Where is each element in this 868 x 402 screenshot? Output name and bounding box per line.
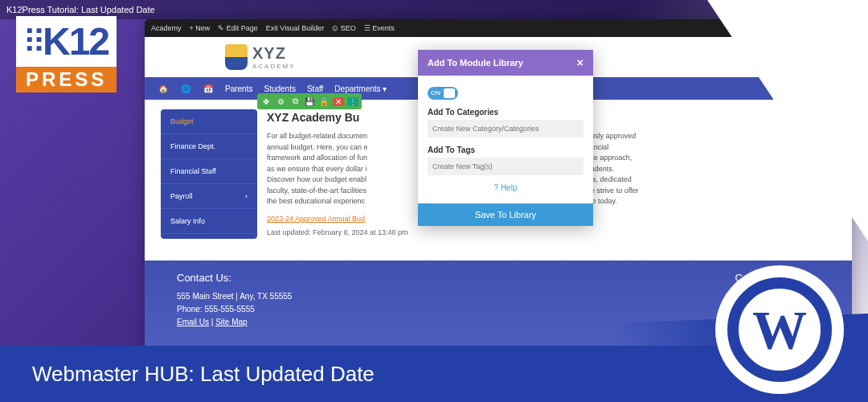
body-text: framework and allocation of fun <box>267 153 368 164</box>
admin-seo[interactable]: ⊙ SEO <box>332 24 356 32</box>
toggle-label: ON <box>431 89 440 96</box>
footer-phone: Phone: 555-555-5555 <box>177 303 292 316</box>
nav-parents[interactable]: Parents <box>225 84 252 93</box>
admin-edit-page[interactable]: ✎ Edit Page <box>218 24 258 32</box>
body-text: For all budget-related documen <box>267 131 368 142</box>
logo-press-text: PRESS <box>16 67 117 92</box>
sidebar-item-financial-staff[interactable]: Financial Staff <box>161 159 257 184</box>
k12press-logo: ⠿ K12 PRESS <box>16 16 117 92</box>
delete-icon[interactable]: ✕ <box>333 97 344 106</box>
save-to-library-button[interactable]: Save To Library <box>418 203 593 226</box>
admin-events[interactable]: ☰ Events <box>364 24 395 32</box>
footer-email-link[interactable]: Email Us <box>177 318 209 326</box>
tags-label: Add To Tags <box>428 146 583 154</box>
shield-icon <box>225 44 248 70</box>
home-icon[interactable]: 🏠 <box>158 83 169 94</box>
contact-title: Contact Us: <box>177 272 292 284</box>
page-sidebar: Budget Finance Dept. Financial Staff Pay… <box>161 109 257 239</box>
admin-exit-builder[interactable]: Exit Visual Builder <box>266 24 324 32</box>
body-text: faculty, state-of-the-art facilities <box>267 186 368 197</box>
site-name: XYZ <box>252 44 296 63</box>
sidebar-item-payroll[interactable]: Payroll› <box>161 184 257 209</box>
body-text: as we ensure that every dollar i <box>267 164 368 175</box>
calendar-icon[interactable]: 📅 <box>203 83 214 94</box>
wordpress-w-icon: W <box>752 298 807 362</box>
help-link[interactable]: ? Help <box>428 175 583 195</box>
divi-edit-toolbar[interactable]: ✥ ⚙ ⧉ 💾 🔒 ✕ ⋮ <box>257 93 362 109</box>
categories-input[interactable] <box>428 120 583 137</box>
body-text: the best educational experienc <box>267 196 368 207</box>
logo-top: ⠿ K12 <box>16 16 117 67</box>
modal-title: Add To Module Library <box>428 58 523 68</box>
categories-label: Add To Categories <box>428 108 583 117</box>
approved-budget-link[interactable]: 2023-24 Approved Annual Bud <box>267 215 365 223</box>
more-icon[interactable]: ⋮ <box>347 97 358 106</box>
admin-site-name[interactable]: Academy <box>151 24 182 32</box>
site-logo[interactable]: XYZ ACADEMY <box>225 44 296 70</box>
banner-title: Webmaster HUB: Last Updated Date <box>32 362 375 387</box>
close-icon[interactable]: × <box>577 56 583 69</box>
diagonal-decoration <box>707 0 868 241</box>
settings-icon[interactable]: ⚙ <box>275 97 286 106</box>
add-to-library-modal: Add To Module Library × ON Add To Catego… <box>418 50 593 226</box>
toggle-knob <box>444 88 455 98</box>
save-icon[interactable]: 💾 <box>304 97 315 106</box>
admin-new[interactable]: + New <box>190 24 211 32</box>
footer-address: 555 Main Street | Any, TX 55555 <box>177 290 292 303</box>
move-icon[interactable]: ✥ <box>260 97 272 106</box>
duplicate-icon[interactable]: ⧉ <box>289 96 301 106</box>
global-toggle[interactable]: ON <box>428 87 458 100</box>
modal-header[interactable]: Add To Module Library × <box>418 50 593 76</box>
sidebar-item-finance[interactable]: Finance Dept. <box>161 134 257 159</box>
chevron-right-icon: › <box>245 192 248 200</box>
logo-k12-text: K12 <box>43 19 108 64</box>
wordpress-logo-ring: W <box>727 277 832 382</box>
video-title: K12Press Tutorial: Last Updated Date <box>6 5 155 14</box>
nav-departments[interactable]: Departments ▾ <box>334 84 387 93</box>
site-subtitle: ACADEMY <box>252 63 296 70</box>
lock-icon[interactable]: 🔒 <box>318 97 330 106</box>
sidebar-item-budget[interactable]: Budget <box>161 109 257 134</box>
nav-students[interactable]: Students <box>264 84 295 93</box>
footer-contact: Contact Us: 555 Main Street | Any, TX 55… <box>177 272 292 346</box>
footer-sitemap-link[interactable]: Site Map <box>215 318 247 326</box>
body-text: Discover how our budget enabl <box>267 174 368 186</box>
nav-staff[interactable]: Staff <box>307 84 323 93</box>
wordpress-badge: W <box>715 265 844 394</box>
sidebar-item-salary[interactable]: Salary Info <box>161 209 257 234</box>
admin-bar-left: Academy + New ✎ Edit Page Exit Visual Bu… <box>151 24 395 32</box>
globe-icon[interactable]: 🌐 <box>180 83 191 94</box>
body-text: annual budget. Here, you can e <box>267 142 368 154</box>
tags-input[interactable] <box>428 158 583 175</box>
modal-body: ON Add To Categories Add To Tags ? Help <box>418 76 593 203</box>
